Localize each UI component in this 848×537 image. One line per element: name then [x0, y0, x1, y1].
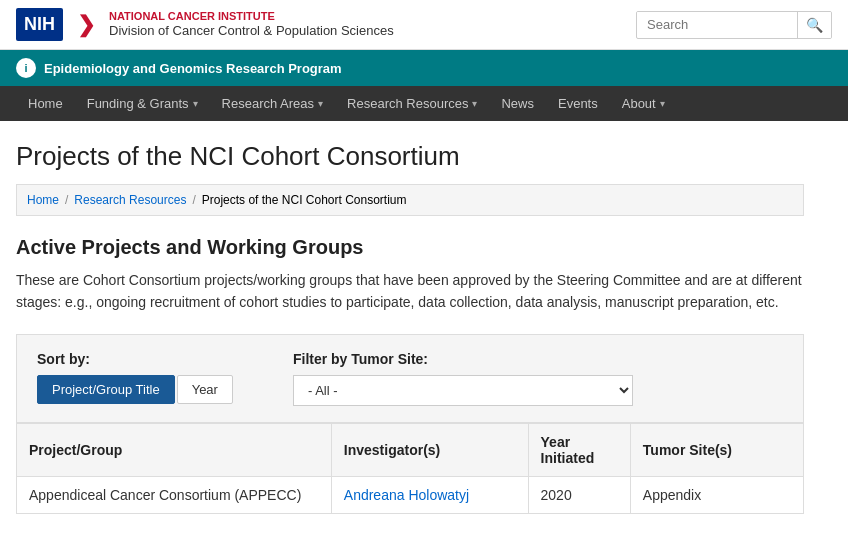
- sort-by-year-button[interactable]: Year: [177, 375, 233, 404]
- investigator-cell: Andreana Holowatyj: [331, 476, 528, 513]
- division-label: Division of Cancer Control & Population …: [109, 23, 394, 40]
- tumor-site-filter[interactable]: - All - Appendix Bladder Brain Breast Ce…: [293, 375, 633, 406]
- tumor-site-cell: Appendix: [630, 476, 803, 513]
- breadcrumb: Home / Research Resources / Projects of …: [16, 184, 804, 216]
- nav-research-resources-label: Research Resources: [347, 96, 468, 111]
- year-cell: 2020: [528, 476, 630, 513]
- col-header-tumor-site: Tumor Site(s): [630, 423, 803, 476]
- nav-item-home[interactable]: Home: [16, 86, 75, 121]
- col-header-investigator: Investigator(s): [331, 423, 528, 476]
- nav-item-events[interactable]: Events: [546, 86, 610, 121]
- chevron-down-icon: ▾: [472, 98, 477, 109]
- nav-item-funding[interactable]: Funding & Grants ▾: [75, 86, 210, 121]
- filter-label: Filter by Tumor Site:: [293, 351, 633, 367]
- org-text: NATIONAL CANCER INSTITUTE Division of Ca…: [109, 9, 394, 40]
- sort-section: Sort by: Project/Group Title Year: [37, 351, 233, 404]
- section-heading: Active Projects and Working Groups: [16, 236, 804, 259]
- sort-label: Sort by:: [37, 351, 233, 367]
- sort-buttons: Project/Group Title Year: [37, 375, 233, 404]
- nav-item-news[interactable]: News: [489, 86, 546, 121]
- chevron-down-icon: ▾: [193, 98, 198, 109]
- section-description: These are Cohort Consortium projects/wor…: [16, 269, 804, 314]
- breadcrumb-current: Projects of the NCI Cohort Consortium: [202, 193, 407, 207]
- projects-table: Project/Group Investigator(s) Year Initi…: [16, 423, 804, 514]
- nav-item-about[interactable]: About ▾: [610, 86, 677, 121]
- main-nav: Home Funding & Grants ▾ Research Areas ▾…: [0, 86, 848, 121]
- breadcrumb-separator: /: [192, 193, 195, 207]
- page-title: Projects of the NCI Cohort Consortium: [16, 141, 804, 172]
- program-banner: i Epidemiology and Genomics Research Pro…: [0, 50, 848, 86]
- table-header-row: Project/Group Investigator(s) Year Initi…: [17, 423, 804, 476]
- nav-item-research-areas[interactable]: Research Areas ▾: [210, 86, 336, 121]
- nav-research-areas-label: Research Areas: [222, 96, 315, 111]
- nci-label: NATIONAL CANCER INSTITUTE: [109, 9, 394, 23]
- filter-section: Filter by Tumor Site: - All - Appendix B…: [293, 351, 633, 406]
- breadcrumb-separator: /: [65, 193, 68, 207]
- chevron-down-icon: ▾: [660, 98, 665, 109]
- content-area: Projects of the NCI Cohort Consortium Ho…: [0, 121, 820, 534]
- nih-logo: NIH ❯ NATIONAL CANCER INSTITUTE Division…: [16, 8, 394, 41]
- table-row: Appendiceal Cancer Consortium (APPECC) A…: [17, 476, 804, 513]
- chevron-icon: ❯: [77, 12, 95, 38]
- search-container: 🔍: [636, 11, 832, 39]
- top-header: NIH ❯ NATIONAL CANCER INSTITUTE Division…: [0, 0, 848, 50]
- nav-item-research-resources[interactable]: Research Resources ▾: [335, 86, 489, 121]
- breadcrumb-parent-link[interactable]: Research Resources: [74, 193, 186, 207]
- program-title: Epidemiology and Genomics Research Progr…: [44, 61, 342, 76]
- investigator-link[interactable]: Andreana Holowatyj: [344, 487, 469, 503]
- program-icon: i: [16, 58, 36, 78]
- breadcrumb-home-link[interactable]: Home: [27, 193, 59, 207]
- col-header-project: Project/Group: [17, 423, 332, 476]
- sort-by-title-button[interactable]: Project/Group Title: [37, 375, 175, 404]
- project-name-cell: Appendiceal Cancer Consortium (APPECC): [17, 476, 332, 513]
- nih-badge: NIH: [16, 8, 63, 41]
- col-header-year-initiated: Year Initiated: [528, 423, 630, 476]
- controls-area: Sort by: Project/Group Title Year Filter…: [16, 334, 804, 423]
- search-button[interactable]: 🔍: [797, 12, 831, 38]
- chevron-down-icon: ▾: [318, 98, 323, 109]
- search-input[interactable]: [637, 12, 797, 37]
